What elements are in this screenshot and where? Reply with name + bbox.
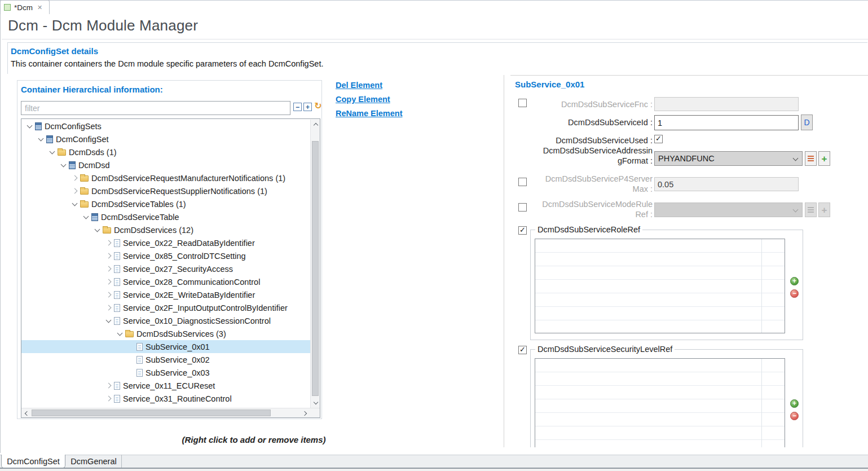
tree-item[interactable]: DcmDsdServiceRequestSupplierNotification… <box>21 184 310 197</box>
tree-item-icon <box>80 188 89 195</box>
copy-element-link[interactable]: Copy Element <box>336 95 390 104</box>
detail-title: SubService_0x01 <box>515 80 584 89</box>
editor-tab-title: *Dcm <box>14 3 33 12</box>
tree-item-label: Service_0x27_SecurityAccess <box>123 265 233 274</box>
close-icon[interactable]: ✕ <box>37 4 42 11</box>
config-set-section: DcmConfigSet details This container cont… <box>7 42 867 74</box>
scroll-up-icon[interactable] <box>311 120 320 129</box>
tree-item[interactable]: DcmDsdServiceRequestManufacturerNotifica… <box>21 171 310 184</box>
security-level-ref-table[interactable] <box>535 358 785 447</box>
tree-item-label: Service_0x31_RoutineControl <box>123 394 232 403</box>
tree-item[interactable]: Service_0x27_SecurityAccess <box>21 262 310 275</box>
tree-chevron-icon[interactable] <box>94 226 100 232</box>
tree-item-icon <box>58 149 66 156</box>
tree-item-icon <box>114 304 120 312</box>
tree-item[interactable]: Service_0x10_DiagnosticSessionControl <box>21 314 310 327</box>
tree-item[interactable]: Service_0x2F_InputOutputControlByIdentif… <box>21 301 310 314</box>
tree-item[interactable]: SubService_0x02 <box>21 353 310 366</box>
role-ref-legend: DcmDsdSubServiceRoleRef <box>535 225 642 234</box>
tree-item[interactable]: SubService_0x01 <box>21 340 310 353</box>
tree-chevron-icon[interactable] <box>60 161 66 167</box>
hierarchy-group: Container Hierarchical information: − + … <box>17 80 322 419</box>
expand-all-icon[interactable]: + <box>303 103 312 111</box>
role-ref-table[interactable] <box>535 239 785 333</box>
tree-chevron-icon[interactable] <box>49 148 55 154</box>
vertical-scroll-thumb[interactable] <box>312 141 319 396</box>
tree-item-icon <box>80 175 89 182</box>
addressing-format-label: DcmDsdSubServiceAddressin gFormat : <box>522 146 653 166</box>
tree-item[interactable]: DcmDsdServiceTables (1) <box>21 197 310 210</box>
tree-item-icon <box>125 331 134 337</box>
tree-chevron-icon[interactable] <box>105 292 111 298</box>
tree-chevron-icon[interactable] <box>105 317 111 323</box>
tree-chevron-icon[interactable] <box>105 279 111 285</box>
tree-item[interactable]: Service_0x2E_WriteDataByIdentifier <box>21 288 310 301</box>
tree-item[interactable]: Service_0x28_CommunicationControl <box>21 275 310 288</box>
tree-item[interactable]: Service_0x31_RoutineControl <box>21 392 310 405</box>
add-row-icon[interactable]: + <box>790 399 799 408</box>
choose-reference-button[interactable] <box>805 151 817 166</box>
tree-item[interactable]: DcmDsds (1) <box>21 146 310 159</box>
tree-item[interactable]: DcmDsdServices (12) <box>21 223 310 236</box>
tree-chevron-icon[interactable] <box>105 305 111 311</box>
tree-item-label: Service_0x11_ECUReset <box>123 381 215 390</box>
addressing-format-select[interactable]: PHYANDFUNC <box>654 151 803 166</box>
tree-chevron-icon[interactable] <box>38 135 43 141</box>
tree-chevron-icon[interactable] <box>72 175 77 181</box>
security-level-ref-checkbox[interactable] <box>518 346 527 354</box>
del-element-link[interactable]: Del Element <box>336 81 382 90</box>
id-input[interactable] <box>654 115 799 130</box>
choose-reference-button-disabled <box>805 203 817 217</box>
remove-row-icon[interactable]: − <box>790 289 799 298</box>
tree-item-label: Service_0x2E_WriteDataByIdentifier <box>123 290 255 300</box>
tree-vertical-scrollbar[interactable] <box>310 120 320 408</box>
tree-chevron-icon[interactable] <box>105 240 111 246</box>
tab-dcm-general[interactable]: DcmGeneral <box>66 455 122 468</box>
filter-input[interactable] <box>21 101 290 115</box>
tree-item[interactable]: DcmDsdServiceTable <box>21 210 310 223</box>
tree-chevron-icon[interactable] <box>83 213 89 219</box>
tree-item[interactable]: DcmDsdSubServices (3) <box>21 327 310 340</box>
collapse-all-icon[interactable]: − <box>293 103 302 111</box>
rename-element-link[interactable]: ReName Element <box>336 109 402 118</box>
horizontal-scroll-thumb[interactable] <box>32 410 271 416</box>
bottom-tab-strip: DcmConfigSet DcmGeneral <box>0 455 868 468</box>
role-ref-checkbox[interactable] <box>518 226 527 235</box>
sync-icon[interactable]: ↻ <box>313 101 323 111</box>
title-separator <box>2 39 868 39</box>
decimal-format-button[interactable]: D <box>801 115 813 130</box>
tree-item[interactable]: DcmConfigSet <box>21 133 310 146</box>
hierarchy-header: Container Hierarchical information: <box>21 85 163 94</box>
tree-chevron-icon[interactable] <box>72 188 77 194</box>
security-level-ref-group: DcmDsdSubServiceSecurityLevelRef + − <box>530 349 803 447</box>
table-column-divider <box>761 239 762 333</box>
scroll-left-icon[interactable] <box>21 408 31 418</box>
used-checkbox[interactable] <box>654 135 663 143</box>
remove-row-icon[interactable]: − <box>790 412 799 420</box>
tree-item-label: SubService_0x01 <box>146 342 210 351</box>
fnc-checkbox[interactable] <box>518 99 527 107</box>
tree-horizontal-scrollbar[interactable] <box>21 408 320 417</box>
tree-chevron-icon[interactable] <box>105 396 111 402</box>
tree-item[interactable]: DcmConfigSets <box>21 120 310 133</box>
tree-item[interactable]: Service_0x11_ECUReset <box>21 379 310 392</box>
scroll-down-icon[interactable] <box>311 398 320 408</box>
add-reference-button[interactable]: + <box>818 151 830 166</box>
tree-item[interactable]: SubService_0x03 <box>21 366 310 379</box>
fnc-input <box>654 97 799 111</box>
tree-item[interactable]: DcmDsd <box>21 159 310 171</box>
tree-item-label: Service_0x28_CommunicationControl <box>123 278 260 287</box>
tree-chevron-icon[interactable] <box>27 122 32 128</box>
scroll-right-icon[interactable] <box>301 408 310 418</box>
tab-dcm-config-set[interactable]: DcmConfigSet <box>1 455 65 468</box>
tree-chevron-icon[interactable] <box>105 383 111 389</box>
tree-chevron-icon[interactable] <box>117 330 122 336</box>
tree-item-icon <box>114 252 120 260</box>
tree-chevron-icon[interactable] <box>105 266 111 272</box>
tree-item[interactable]: Service_0x22_ReadDataByIdentifier <box>21 236 310 249</box>
tree-chevron-icon[interactable] <box>72 200 77 206</box>
add-row-icon[interactable]: + <box>790 277 799 285</box>
tree-chevron-icon[interactable] <box>105 253 111 259</box>
editor-tab-dcm[interactable]: *Dcm ✕ <box>0 0 50 14</box>
tree-item[interactable]: Service_0x85_ControlDTCSetting <box>21 249 310 262</box>
